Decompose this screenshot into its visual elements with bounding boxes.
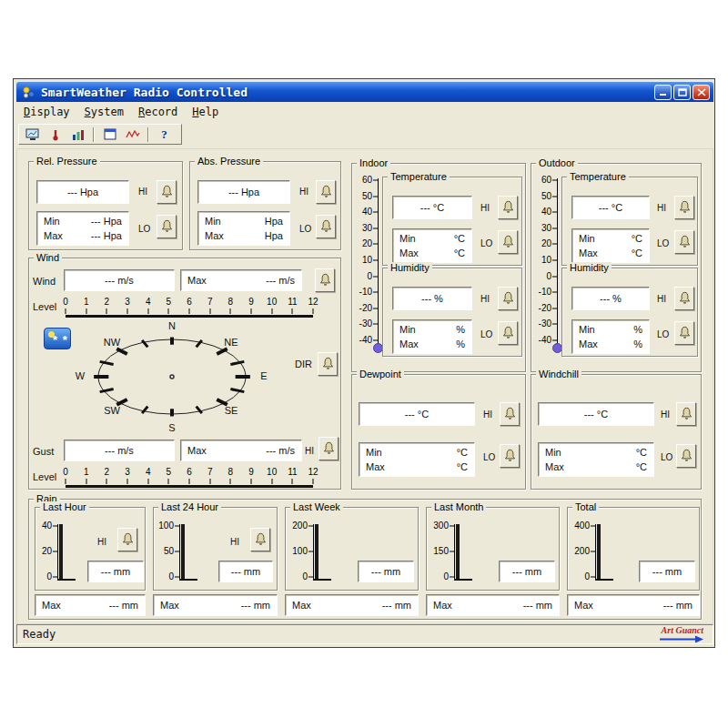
outdoor-title: Outdoor <box>536 157 578 168</box>
outdoor-humidity-lo-alarm-button[interactable] <box>674 321 694 345</box>
wind-dir-alarm-button[interactable] <box>318 352 338 376</box>
gust-scale-tick: 9 <box>251 479 252 484</box>
rain-last-hour-title: Last Hour <box>40 501 89 512</box>
compass-se: SE <box>225 405 238 416</box>
wind-scale-bar <box>66 315 313 318</box>
rain-axis <box>595 524 596 579</box>
indoor-temperature-hi-alarm-button[interactable] <box>498 196 518 219</box>
max-label: Max <box>433 600 452 611</box>
rain-last-24-hour-panel: Last 24 Hour 100500 100500 HI --- mm <box>153 507 278 591</box>
outdoor-humidity-panel: Humidity --- % HI Min% Max% LO <box>561 268 698 357</box>
gust-hi-alarm-button[interactable] <box>318 437 339 460</box>
rain-scale-number: 0 <box>168 572 174 581</box>
rain-scale-number: 300 <box>433 521 449 531</box>
gust-scale-tick: 1 <box>86 479 86 484</box>
toolbar-panel: ? <box>18 124 182 145</box>
min-value: --- Hpa <box>91 215 122 228</box>
outdoor-humidity-value: --- % <box>571 287 650 310</box>
rain-bar <box>315 524 318 579</box>
rain-last-week-title: Last Week <box>290 501 343 512</box>
abs-pressure-minmax: MinHpa MaxHpa <box>197 211 290 246</box>
indoor-temperature-panel: Temperature --- °C HI Min°C Max°C LO <box>382 177 522 266</box>
rain-last-24-hour-max: Max --- mm <box>153 594 278 616</box>
outdoor-scale-number: -20 <box>539 304 551 313</box>
dewpoint-hi-alarm-button[interactable] <box>500 402 520 426</box>
gust-scale-number: 5 <box>167 467 172 477</box>
lo-label: LO <box>480 329 492 339</box>
rain-last-hour-hi-alarm-button[interactable] <box>117 528 137 551</box>
wind-scale-number: 5 <box>167 297 172 307</box>
rel-pressure-title: Rel. Pressure <box>34 156 100 167</box>
max-value: % <box>633 338 642 350</box>
menu-record[interactable]: Record <box>138 106 177 118</box>
indoor-temperature-lo-alarm-button[interactable] <box>498 230 518 254</box>
lo-label: LO <box>657 238 669 248</box>
gust-scale-tick: 2 <box>106 479 107 484</box>
gust-scale-number: 9 <box>248 467 254 477</box>
gust-scale-number: 11 <box>288 467 297 477</box>
wind-hi-alarm-button[interactable] <box>315 268 335 292</box>
gust-scale-tick: 5 <box>168 479 169 484</box>
graph-curve-icon[interactable] <box>122 126 143 143</box>
menu-display[interactable]: Display <box>24 106 70 118</box>
gust-row-label: Gust <box>33 446 54 457</box>
minimize-button[interactable] <box>654 85 672 100</box>
gust-scale-number: 1 <box>84 467 89 477</box>
rel-pressure-hi-alarm-button[interactable] <box>157 180 177 204</box>
wind-scale-tick: 12 <box>313 308 314 314</box>
max-label: Max <box>366 460 385 473</box>
wind-scale-tick: 6 <box>189 308 190 314</box>
hi-label: HI <box>657 294 666 304</box>
min-value: % <box>456 323 465 336</box>
rain-scale-number: 0 <box>443 572 449 581</box>
rain-baseline <box>179 579 197 581</box>
maximize-button[interactable] <box>673 85 691 100</box>
max-value: °C <box>632 247 642 259</box>
outdoor-scale-number: 30 <box>541 224 551 233</box>
abs-pressure-hi-alarm-button[interactable] <box>316 180 336 204</box>
wind-dir-label: DIR <box>295 359 312 369</box>
wind-scale-tick: 10 <box>271 308 272 314</box>
gust-scale-number: 7 <box>207 467 213 477</box>
rain-scale-number: 0 <box>302 572 308 581</box>
dewpoint-lo-alarm-button[interactable] <box>500 444 520 468</box>
windchill-lo-alarm-button[interactable] <box>676 444 696 468</box>
wind-scale-tick: 8 <box>230 308 231 314</box>
indoor-humidity-value: --- % <box>392 287 472 310</box>
dewpoint-title: Dewpoint <box>357 369 404 379</box>
outdoor-temperature-lo-alarm-button[interactable] <box>674 230 694 254</box>
help-icon[interactable]: ? <box>154 126 175 143</box>
indoor-humidity-lo-alarm-button[interactable] <box>498 321 518 345</box>
outdoor-panel: Outdoor 6050403020100-10-20-30-40 605040… <box>531 163 702 372</box>
abs-pressure-lo-alarm-button[interactable] <box>316 215 336 238</box>
gust-scale-bar <box>66 485 313 488</box>
wind-scale-tick: 0 <box>66 308 66 314</box>
close-button[interactable] <box>693 85 710 100</box>
rain-last-month-title: Last Month <box>431 501 486 512</box>
menu-system[interactable]: System <box>85 106 124 118</box>
outdoor-temperature-hi-alarm-button[interactable] <box>674 196 694 219</box>
outdoor-humidity-hi-alarm-button[interactable] <box>674 287 694 310</box>
max-label: Max <box>399 338 419 350</box>
menu-help[interactable]: Help <box>192 106 218 118</box>
brand-logo-arrow-icon <box>660 635 703 643</box>
thermometer-icon[interactable] <box>45 126 66 143</box>
windchill-hi-alarm-button[interactable] <box>676 402 696 426</box>
wind-scale-tick: 4 <box>147 308 148 314</box>
rel-pressure-lo-alarm-button[interactable] <box>157 215 177 238</box>
gust-scale-number: 3 <box>125 467 130 477</box>
windchill-title: Windchill <box>536 369 581 379</box>
gust-scale-number: 0 <box>63 467 68 477</box>
rain-last-week-max: Max --- mm <box>285 594 419 616</box>
titlebar[interactable]: SmartWeather Radio Controlled <box>16 82 713 102</box>
rain-scale-number: 0 <box>46 572 52 581</box>
dewpoint-minmax: Min°C Max°C <box>359 442 475 477</box>
max-label: Max <box>292 600 311 611</box>
outdoor-scale-number: -40 <box>539 336 551 345</box>
bar-chart-icon[interactable] <box>67 126 88 143</box>
gust-scale-number: 4 <box>146 467 151 477</box>
report-window-icon[interactable] <box>99 126 120 143</box>
display-monitor-icon[interactable] <box>22 126 43 143</box>
rain-last-24-hour-hi-alarm-button[interactable] <box>250 528 270 551</box>
indoor-humidity-hi-alarm-button[interactable] <box>498 287 518 310</box>
